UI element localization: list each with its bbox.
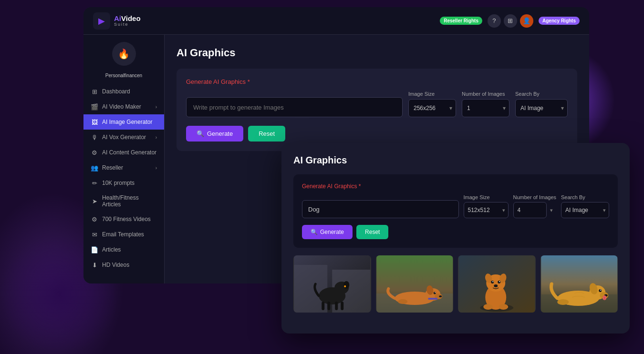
dog-image-4 xyxy=(540,255,618,313)
search-by-group: Search By AI Image Stock Image xyxy=(515,91,568,117)
fg-generate-button[interactable]: 🔍 Generate xyxy=(302,225,353,239)
svg-point-29 xyxy=(492,281,493,282)
svg-rect-21 xyxy=(428,298,437,300)
sidebar-item-email-templates[interactable]: ✉ Email Templates xyxy=(83,227,164,242)
sidebar-logo-icon: 🔥 xyxy=(112,42,136,66)
image-size-select[interactable]: 256x256 512x512 1024x1024 xyxy=(408,99,456,117)
svg-point-19 xyxy=(439,295,442,297)
num-images-label: Number of Images xyxy=(462,91,509,97)
svg-point-5 xyxy=(343,281,349,289)
search-by-select-wrapper: AI Image Stock Image xyxy=(515,99,568,117)
fg-search-by-select[interactable]: AI Image Stock Image xyxy=(561,202,609,218)
svg-point-10 xyxy=(344,285,346,287)
fg-search-by-group: Search By AI Image Stock Image xyxy=(561,194,609,218)
download-icon: ⬇ xyxy=(91,261,98,269)
sidebar-item-label: HD Videos xyxy=(102,262,129,268)
reseller-badge: Reseller Rights xyxy=(440,17,482,25)
generate-button[interactable]: 🔍 Generate xyxy=(186,126,243,142)
fg-num-images-select[interactable]: 1 2 3 4 xyxy=(513,202,547,218)
fg-image-size-group: Image Size 256x256 512x512 1024x1024 xyxy=(464,194,509,218)
send-icon: ➤ xyxy=(91,197,98,205)
gear-icon: ⚙ xyxy=(91,215,98,223)
sidebar-item-dashboard[interactable]: ⊞ Dashboard xyxy=(83,84,164,99)
svg-point-42 xyxy=(600,290,601,291)
sidebar-item-label: AI Image Generator xyxy=(102,119,152,125)
sidebar-item-reseller[interactable]: 👥 Reseller › xyxy=(83,160,164,175)
prompt-input[interactable] xyxy=(186,97,403,117)
fg-num-images-select-wrapper: 1 2 3 4 xyxy=(513,202,556,218)
sidebar-item-label: AI Vox Generator xyxy=(102,134,146,141)
num-images-select[interactable]: 1 2 3 4 xyxy=(462,99,509,117)
fg-search-icon: 🔍 xyxy=(311,229,318,235)
fg-required-marker: * xyxy=(357,183,361,190)
fg-card: AI Graphics Generate AI Graphics * Image… xyxy=(281,143,630,334)
logo-icon: ▶ xyxy=(93,12,110,30)
sidebar-item-label: AI Content Generator xyxy=(102,149,156,156)
images-grid xyxy=(293,255,618,313)
svg-point-46 xyxy=(557,299,569,305)
logo-area: ▶ AiVideo Suite xyxy=(93,12,141,30)
search-by-select[interactable]: AI Image Stock Image xyxy=(515,99,568,117)
sidebar-item-ai-image-generator[interactable]: 🖼 AI Image Generator xyxy=(83,114,164,130)
svg-point-30 xyxy=(498,281,500,283)
help-button[interactable]: ? xyxy=(488,14,501,28)
generate-label: Generate AI Graphics * xyxy=(186,78,568,85)
sidebar: 🔥 Personalfinancen ⊞ Dashboard 🎬 AI Vide… xyxy=(83,35,165,283)
fg-image-size-select[interactable]: 256x256 512x512 1024x1024 xyxy=(464,202,509,218)
svg-rect-9 xyxy=(341,302,343,310)
generate-inputs: Image Size 256x256 512x512 1024x1024 Num… xyxy=(186,91,568,117)
svg-point-41 xyxy=(599,289,602,292)
fg-generate-label: Generate AI Graphics * xyxy=(302,183,609,190)
sidebar-item-label: 10K prompts xyxy=(102,180,135,186)
sidebar-item-10k-prompts[interactable]: ✏ 10K prompts xyxy=(83,175,164,191)
image-size-label: Image Size xyxy=(408,91,456,97)
sidebar-item-ai-video-maker[interactable]: 🎬 AI Video Maker › xyxy=(83,99,164,114)
image-size-select-wrapper: 256x256 512x512 1024x1024 xyxy=(408,99,456,117)
mail-icon: ✉ xyxy=(91,231,98,238)
logo-suite: Suite xyxy=(114,22,141,27)
fg-image-size-select-wrapper: 256x256 512x512 1024x1024 xyxy=(464,202,509,218)
svg-point-33 xyxy=(483,304,493,310)
search-icon: 🔍 xyxy=(197,130,204,137)
sidebar-item-hd-videos[interactable]: ⬇ HD Videos xyxy=(83,257,164,273)
grid-icon: ⊞ xyxy=(91,88,98,95)
gallery-button[interactable]: ⊞ xyxy=(504,14,517,28)
fg-num-images-group: Number of Images 1 2 3 4 xyxy=(513,194,556,218)
agency-badge: Agency Rights xyxy=(539,17,580,25)
article-icon: 📄 xyxy=(91,246,98,253)
svg-point-17 xyxy=(433,292,436,294)
image-size-group: Image Size 256x256 512x512 1024x1024 xyxy=(408,91,456,117)
sidebar-user-label: Personalfinancen xyxy=(83,73,164,78)
chevron-right-icon: › xyxy=(156,135,157,140)
svg-rect-7 xyxy=(327,302,330,310)
sidebar-item-700-fitness[interactable]: ⚙ 700 Fitness Videos xyxy=(83,212,164,227)
sidebar-item-ai-vox-generator[interactable]: 🎙 AI Vox Generator › xyxy=(83,130,164,145)
settings-icon: ⚙ xyxy=(91,149,98,156)
svg-point-32 xyxy=(494,284,498,287)
fg-inputs: Image Size 256x256 512x512 1024x1024 Num… xyxy=(302,194,609,218)
video-icon: 🎬 xyxy=(91,103,98,111)
num-images-select-wrapper: 1 2 3 4 xyxy=(462,99,509,117)
sidebar-item-label: Dashboard xyxy=(102,88,130,95)
reset-button[interactable]: Reset xyxy=(248,126,285,142)
fg-reset-button[interactable]: Reset xyxy=(356,225,388,239)
svg-point-31 xyxy=(499,281,500,282)
sidebar-item-ai-content-generator[interactable]: ⚙ AI Content Generator xyxy=(83,145,164,160)
generate-actions: 🔍 Generate Reset xyxy=(186,126,568,142)
dog-image-3 xyxy=(458,255,536,313)
sidebar-item-label: AI Video Maker xyxy=(102,103,141,110)
fg-num-images-label: Number of Images xyxy=(513,194,556,200)
edit-icon: ✏ xyxy=(91,179,98,187)
chevron-right-icon: › xyxy=(156,165,157,171)
search-by-label: Search By xyxy=(515,91,568,97)
avatar[interactable]: 👤 xyxy=(520,14,533,28)
image-icon: 🖼 xyxy=(91,118,98,126)
fg-image-size-label: Image Size xyxy=(464,194,509,200)
sidebar-item-label: Reseller xyxy=(102,164,123,171)
dog-image-1 xyxy=(293,255,371,313)
sidebar-item-health-fitness[interactable]: ➤ Health/Fitness Articles xyxy=(83,191,164,212)
fg-prompt-input[interactable] xyxy=(302,200,459,218)
dog-image-2 xyxy=(376,255,454,313)
sidebar-item-label: Email Templates xyxy=(102,231,144,238)
sidebar-item-articles[interactable]: 📄 Articles xyxy=(83,242,164,257)
